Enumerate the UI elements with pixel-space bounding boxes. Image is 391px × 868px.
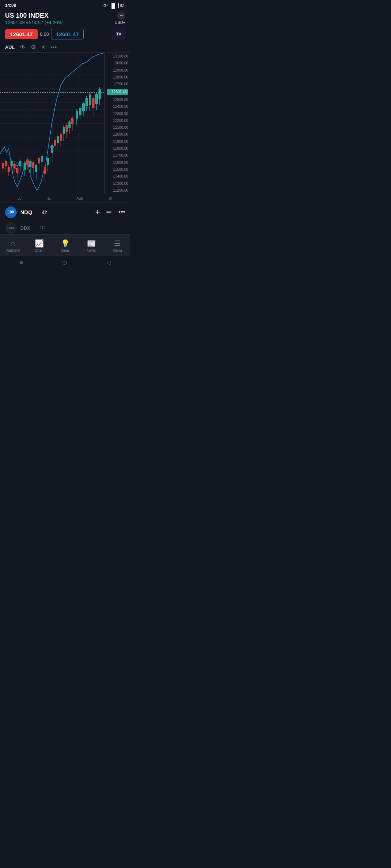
svg-rect-34 xyxy=(44,167,46,174)
nav-menu[interactable]: ☰ Menu xyxy=(106,239,128,252)
price-label-12800: 12800.00 xyxy=(107,75,128,79)
svg-rect-58 xyxy=(82,103,85,111)
svg-rect-50 xyxy=(68,122,71,128)
svg-rect-54 xyxy=(76,111,78,119)
symbol-timeframe: 4h xyxy=(42,209,47,215)
system-nav: ■ ⊙ ◁ xyxy=(0,256,130,269)
chart-icon: 📈 xyxy=(35,239,44,248)
svg-rect-16 xyxy=(16,168,18,173)
price-label-13100: 13100.00 xyxy=(107,54,128,58)
chart-settings-icon[interactable]: ⚙ xyxy=(108,196,113,201)
menu-icon: ☰ xyxy=(114,239,121,248)
stop-button[interactable]: ■ xyxy=(20,259,23,266)
price-label-12200: 12200.00 xyxy=(107,119,128,123)
symbol-avatar-2: DDX xyxy=(5,222,17,234)
ideas-label: Ideas xyxy=(61,248,70,252)
header: US 100 INDEX − 12601.48 +514.57 (+4.26%)… xyxy=(0,10,130,26)
add-indicator-button[interactable]: + xyxy=(95,208,100,217)
price-label-11300: 11300.00 xyxy=(107,182,128,186)
status-bar: 14:08 4G+ ▐▌ 82 xyxy=(0,0,130,10)
more-options-button[interactable]: ••• xyxy=(118,208,125,216)
current-price-header: 12601.48 xyxy=(5,20,25,25)
symbol-actions: + ✏ ••• xyxy=(95,208,125,217)
nav-ideas[interactable]: 💡 Ideas xyxy=(54,239,76,252)
svg-rect-62 xyxy=(89,94,91,105)
adl-label: ADL xyxy=(5,44,15,50)
eye-icon[interactable]: 👁 xyxy=(20,44,26,51)
price-label-11900: 11900.00 xyxy=(107,140,128,144)
adl-toolbar: ADL 👁 ⚙ ✕ ••• xyxy=(0,42,130,53)
svg-rect-18 xyxy=(19,161,21,166)
home-button[interactable]: ⊙ xyxy=(62,259,67,267)
svg-rect-60 xyxy=(85,98,88,106)
tv-logo[interactable]: TV xyxy=(112,27,125,41)
currency-dropdown[interactable]: USD ▾ xyxy=(115,20,125,25)
svg-rect-42 xyxy=(57,136,59,143)
svg-rect-20 xyxy=(24,163,26,170)
price-label-12400: 12400.00 xyxy=(107,105,128,109)
draw-button[interactable]: ✏ xyxy=(106,208,112,216)
watchlist-icon: ☆ xyxy=(10,239,16,248)
settings-icon[interactable]: ⚙ xyxy=(31,44,36,51)
status-time: 14:08 xyxy=(5,3,16,8)
svg-rect-38 xyxy=(51,145,53,153)
network-icon: 4G+ xyxy=(102,4,108,7)
price-label-11700: 11700.00 xyxy=(107,153,128,157)
symbol-bar-2: DDX DDX 1D xyxy=(0,221,130,234)
price-label-11500: 11500.00 xyxy=(107,167,128,171)
nav-watchlist[interactable]: ☆ Watchlist xyxy=(2,239,24,252)
svg-rect-30 xyxy=(38,158,40,163)
price-label-12500: 12500.00 xyxy=(107,98,128,102)
price-label-13000: 13000.00 xyxy=(107,61,128,65)
chart-area[interactable]: 13100.00 13000.00 12900.00 12800.00 1270… xyxy=(0,53,130,194)
price-change: 12601.48 +514.57 (+4.26%) xyxy=(5,20,64,25)
svg-rect-32 xyxy=(41,156,43,162)
ideas-icon: 💡 xyxy=(61,239,70,248)
price-label-12900: 12900.00 xyxy=(107,68,128,72)
svg-rect-44 xyxy=(60,134,62,141)
price-diff: 0.00 xyxy=(40,31,49,37)
svg-rect-14 xyxy=(13,164,16,169)
price-label-11200: 11200.00 xyxy=(107,188,128,192)
signal-icon: ▐▌ xyxy=(110,3,116,8)
date-aug: Aug xyxy=(76,196,83,200)
symbol-ticker-2: DDX xyxy=(20,225,30,231)
price-label-11400: 11400.00 xyxy=(107,174,128,178)
price-scale: 13100.00 13000.00 12900.00 12800.00 1270… xyxy=(104,53,130,194)
bottom-nav: ☆ Watchlist 📈 Chart 💡 Ideas 📰 News ☰ Men… xyxy=(0,234,130,256)
candlestick-chart xyxy=(0,53,104,194)
more-icon[interactable]: ••• xyxy=(51,44,57,51)
ask-price: 12601.47 xyxy=(51,29,84,39)
current-price-badge: 12601.48 xyxy=(107,89,128,95)
price-label-12300: 12300.00 xyxy=(107,112,128,116)
menu-label: Menu xyxy=(113,248,122,252)
symbol-name: US 100 INDEX xyxy=(5,12,49,20)
nav-news[interactable]: 📰 News xyxy=(80,239,102,252)
back-button[interactable]: ◁ xyxy=(106,259,111,266)
symbol-avatar: 100 xyxy=(5,207,17,218)
svg-rect-36 xyxy=(47,158,49,165)
chart-label: Chart xyxy=(35,248,43,252)
price-label-12100: 12100.00 xyxy=(107,125,128,129)
price-label-11800: 11800.00 xyxy=(107,146,128,150)
date-jul: Jul xyxy=(18,196,22,200)
minus-button[interactable]: − xyxy=(117,12,125,20)
price-row: 12601.47 0.00 12601.47 TV xyxy=(0,26,130,42)
bid-price: 12601.47 xyxy=(5,29,38,39)
nav-chart[interactable]: 📈 Chart xyxy=(28,239,50,252)
svg-rect-24 xyxy=(29,161,31,167)
svg-rect-6 xyxy=(2,163,4,169)
svg-rect-28 xyxy=(35,165,37,172)
date-axis: Jul 18 Aug ⚙ xyxy=(0,194,130,203)
svg-rect-22 xyxy=(26,159,29,165)
svg-rect-12 xyxy=(10,161,13,166)
news-icon: 📰 xyxy=(87,239,96,248)
news-label: News xyxy=(87,248,96,252)
symbol-bar: 100 NDQ 4h + ✏ ••• xyxy=(0,203,130,221)
symbol-ticker: NDQ xyxy=(20,209,32,215)
svg-rect-8 xyxy=(5,161,7,166)
svg-rect-10 xyxy=(8,167,10,172)
status-icons: 4G+ ▐▌ 82 xyxy=(102,3,125,8)
price-label-12000: 12000.00 xyxy=(107,132,128,136)
close-icon[interactable]: ✕ xyxy=(41,44,46,51)
